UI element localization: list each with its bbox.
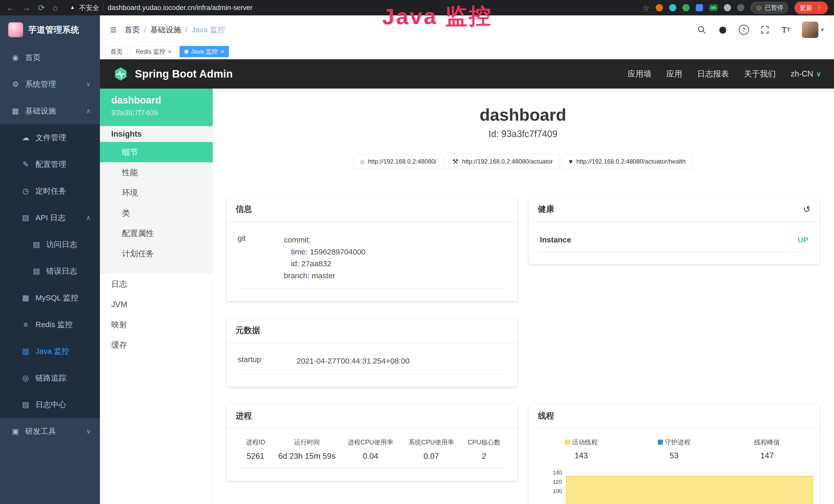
process-col-header: 进程CPU使用率: [339, 438, 401, 446]
sba-item-scheduled-tasks[interactable]: 计划任务: [100, 244, 213, 264]
sidebar-item-label: 错误日志: [46, 266, 77, 276]
sidebar-item-file-mgmt[interactable]: ☁ 文件管理: [0, 124, 100, 151]
fullscreen-icon[interactable]: [760, 25, 770, 35]
sba-item-environment[interactable]: 环境: [100, 183, 213, 203]
sidebar-item-system-mgmt[interactable]: ⚙ 系统管理 ∨: [0, 71, 100, 97]
sba-item-classes[interactable]: 类: [100, 203, 213, 223]
avatar[interactable]: [802, 22, 818, 38]
profile-paused-pill[interactable]: ☺ 已暂停: [750, 2, 788, 14]
git-commit-id: id: 27aa832: [284, 258, 506, 270]
extension-icon-1[interactable]: [656, 4, 663, 11]
extension-icon-3[interactable]: [682, 4, 690, 11]
sidebar-item-infrastructure[interactable]: ▦ 基础设施 ∧: [0, 97, 100, 124]
sba-item-jvm[interactable]: JVM: [100, 294, 213, 315]
sidebar-item-dev-tools[interactable]: ▣ 研发工具 ∨: [0, 418, 100, 445]
sidebar-item-mysql-monitor[interactable]: ▦ MySQL 监控: [0, 284, 100, 311]
sidebar-item-label: 访问日志: [46, 239, 77, 250]
browser-forward-icon[interactable]: →: [22, 3, 30, 13]
sba-item-details[interactable]: 细节: [100, 142, 213, 162]
sba-nav-applications[interactable]: 应用: [666, 69, 682, 79]
daemon-threads-label: 守护进程: [665, 438, 691, 446]
process-table: 进程ID 5261 运行时间 6d 23h 15m 59s: [237, 438, 507, 468]
breadcrumb-infrastructure[interactable]: 基础设施: [150, 25, 181, 35]
close-icon[interactable]: ×: [168, 48, 172, 55]
tab-home[interactable]: 首页: [106, 46, 128, 57]
heart-icon: ♥: [569, 158, 572, 166]
sba-item-metrics[interactable]: 性能: [100, 162, 213, 183]
metadata-card: 元数据 startup 2021-04-27T00:44:31.254+08:0…: [226, 318, 517, 387]
process-col-header: 进程ID: [237, 438, 274, 446]
sba-insights-group: Insights 细节 性能 环境 类 配置属性 计划任务: [100, 126, 213, 274]
tab-java-monitor[interactable]: Java 监控 ×: [179, 46, 229, 57]
sidebar-item-label: MySQL 监控: [36, 293, 78, 303]
instance-base-url-button[interactable]: ⌂ http://192.168.0.2:48080/: [353, 154, 444, 169]
process-col-header: 系统CPU使用率: [401, 438, 461, 446]
instance-health-url: http://192.168.0.2:48080/actuator/health: [576, 158, 686, 165]
hamburger-icon[interactable]: ≡: [110, 23, 117, 36]
font-size-icon[interactable]: TT: [781, 25, 791, 35]
address-bar[interactable]: ▲ 不安全 dashboard.yudao.iocoder.cn/infra/a…: [70, 3, 635, 12]
sba-insights-label: Insights: [100, 126, 213, 142]
sidebar-item-log-center[interactable]: ▤ 日志中心: [0, 391, 100, 418]
sba-brand[interactable]: Spring Boot Admin: [113, 67, 233, 81]
metadata-startup-row: startup 2021-04-27T00:44:31.254+08:00: [237, 352, 507, 374]
threads-chart-body: 活动线程 143 守护进程: [529, 429, 820, 504]
history-icon[interactable]: ↺: [803, 204, 811, 214]
sba-instance-header[interactable]: dashboard 93a3fc7f7409: [100, 89, 213, 126]
live-threads-area: [566, 476, 813, 504]
document-icon: ▤: [21, 400, 31, 409]
sba-nav-about[interactable]: 关于我们: [744, 69, 776, 79]
process-card: 进程 进程ID 5261 运行时间: [226, 404, 517, 481]
bookmark-star-icon[interactable]: ☆: [643, 3, 650, 12]
sba-item-caches[interactable]: 缓存: [100, 335, 213, 355]
github-icon[interactable]: [718, 25, 728, 35]
sba-nav-wallboard[interactable]: 应用墙: [628, 69, 651, 79]
extension-on-badge[interactable]: on: [709, 4, 718, 11]
active-dot-icon: [184, 50, 188, 54]
sba-locale-select[interactable]: zh-CN ∨: [791, 69, 821, 78]
threads-area-chart: 140 120 100: [535, 468, 813, 504]
live-threads-legend-swatch: [565, 439, 570, 445]
browser-home-icon[interactable]: ⌂: [53, 3, 58, 13]
sidebar-item-label: 研发工具: [25, 426, 56, 437]
extension-icon-2[interactable]: [669, 4, 676, 11]
sba-item-mappings[interactable]: 映射: [100, 315, 213, 335]
sidebar-item-label: 系统管理: [25, 79, 56, 90]
breadcrumb-home[interactable]: 首页: [125, 25, 140, 35]
browser-menu-dots-icon[interactable]: ⋮: [816, 4, 823, 12]
instance-actuator-url-button[interactable]: ⚒ http://192.168.0.2:48080/actuator: [445, 154, 560, 169]
clock-icon: ◷: [21, 187, 31, 196]
sidebar-item-java-monitor[interactable]: ▥ Java 监控: [0, 338, 100, 365]
chrome-update-label: 更新: [799, 4, 812, 12]
extension-icon-6[interactable]: [737, 4, 744, 11]
security-warning-icon[interactable]: ▲: [70, 4, 75, 10]
sba-item-config-props[interactable]: 配置属性: [100, 223, 213, 244]
app-logo[interactable]: 芋道管理系统: [0, 16, 100, 44]
user-menu[interactable]: ▾: [802, 22, 824, 38]
help-icon[interactable]: ?: [739, 25, 749, 35]
sidebar-item-scheduled-jobs[interactable]: ◷ 定时任务: [0, 178, 100, 204]
search-icon[interactable]: [697, 25, 707, 35]
sidebar-item-api-logs[interactable]: ▤ API 日志 ∧: [0, 204, 100, 231]
browser-reload-icon[interactable]: ⟳: [38, 3, 45, 13]
process-uptime-value: 6d 23h 15m 59s: [274, 452, 339, 461]
sidebar-item-redis-monitor[interactable]: ≡ Redis 监控: [0, 311, 100, 338]
extension-icon-4[interactable]: [696, 4, 703, 11]
instance-health-url-button[interactable]: ♥ http://192.168.0.2:48080/actuator/heal…: [562, 154, 693, 169]
peak-threads-value: 147: [721, 451, 813, 460]
profile-paused-label: 已暂停: [765, 4, 784, 12]
sba-nav-journal[interactable]: 日志报表: [697, 69, 729, 79]
browser-back-icon[interactable]: ←: [6, 3, 14, 13]
sidebar-item-tracing[interactable]: ◎ 链路追踪: [0, 365, 100, 391]
extension-icon-5[interactable]: [724, 4, 731, 11]
sidebar-item-config-mgmt[interactable]: ✎ 配置管理: [0, 151, 100, 178]
chrome-update-button[interactable]: 更新 ⋮: [794, 2, 828, 14]
tab-redis-monitor[interactable]: Redis 监控 ×: [131, 46, 176, 57]
close-icon[interactable]: ×: [220, 48, 224, 55]
document-icon: ▤: [31, 240, 42, 249]
sidebar-item-home[interactable]: ◉ 首页: [0, 44, 100, 71]
health-instance-row: Instance UP: [539, 231, 809, 252]
sidebar-item-error-logs[interactable]: ▤ 错误日志: [0, 258, 100, 284]
sba-item-logs[interactable]: 日志: [100, 274, 213, 294]
sidebar-item-access-logs[interactable]: ▤ 访问日志: [0, 231, 100, 258]
